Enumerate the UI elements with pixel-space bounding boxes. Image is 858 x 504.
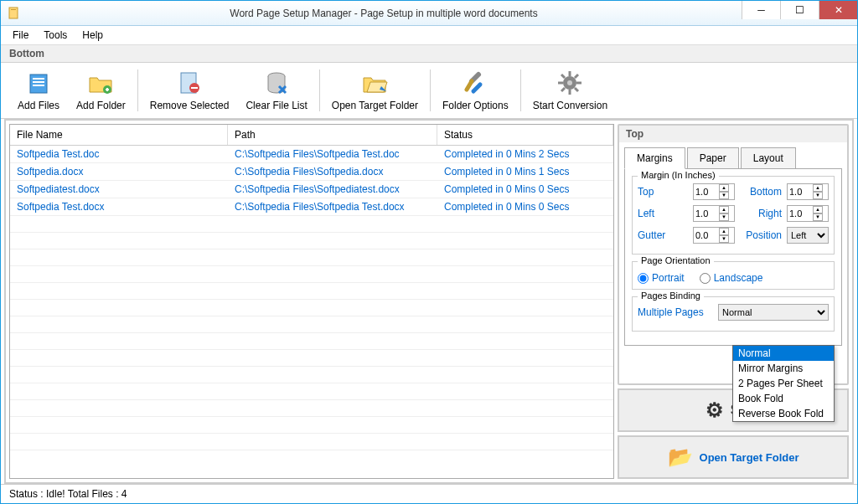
orientation-group-title: Page Orientation bbox=[638, 255, 714, 265]
margin-left-input[interactable]: ▲▼ bbox=[693, 205, 735, 222]
spin-down-icon[interactable]: ▼ bbox=[719, 192, 729, 199]
cell-path: C:\Softpedia Files\Softpedia Test.doc bbox=[228, 146, 437, 162]
open-target-label: Open Target Folder bbox=[700, 451, 799, 464]
table-row[interactable]: Softpedia Test.docC:\Softpedia Files\Sof… bbox=[10, 146, 613, 163]
dropdown-option[interactable]: Normal bbox=[733, 346, 834, 361]
remove-selected-button[interactable]: Remove Selected bbox=[142, 68, 238, 113]
tab-paper[interactable]: Paper bbox=[687, 147, 739, 169]
margin-top-label: Top bbox=[638, 186, 688, 198]
multiple-pages-label: Multiple Pages bbox=[638, 306, 713, 318]
orientation-landscape[interactable]: Landscape bbox=[700, 272, 763, 284]
titlebar: Word Page Setup Manager - Page Setup in … bbox=[1, 1, 857, 26]
svg-rect-4 bbox=[33, 81, 44, 83]
col-file-name[interactable]: File Name bbox=[10, 125, 228, 145]
spin-up-icon[interactable]: ▲ bbox=[719, 228, 729, 235]
section-bottom-label: Bottom bbox=[1, 45, 857, 63]
gear-icon: ⚙ bbox=[706, 399, 724, 422]
spin-up-icon[interactable]: ▲ bbox=[719, 206, 729, 213]
spin-down-icon[interactable]: ▼ bbox=[719, 235, 729, 243]
margin-left-label: Left bbox=[638, 208, 688, 219]
margin-position-select[interactable]: Left bbox=[787, 227, 829, 244]
file-grid: File Name Path Status Softpedia Test.doc… bbox=[9, 124, 614, 479]
spin-up-icon[interactable]: ▲ bbox=[813, 206, 823, 213]
spin-up-icon[interactable]: ▲ bbox=[719, 184, 729, 192]
margin-top-input[interactable]: ▲▼ bbox=[693, 183, 735, 200]
start-conversion-label: Start Conversion bbox=[533, 100, 607, 111]
cell-file-name: Softpedia Test.doc bbox=[10, 146, 228, 162]
open-target-folder-icon bbox=[361, 69, 388, 96]
dropdown-option[interactable]: 2 Pages Per Sheet bbox=[733, 376, 834, 391]
svg-rect-5 bbox=[33, 85, 44, 86]
app-icon bbox=[8, 7, 21, 20]
svg-rect-2 bbox=[30, 75, 47, 93]
cell-path: C:\Softpedia Files\Softpedia Test.docx bbox=[228, 198, 437, 215]
add-folder-label: Add Folder bbox=[76, 100, 126, 111]
svg-rect-1 bbox=[11, 9, 16, 10]
col-path[interactable]: Path bbox=[228, 125, 437, 145]
menubar: File Tools Help bbox=[1, 26, 857, 45]
clear-file-list-label: Clear File List bbox=[246, 100, 307, 111]
svg-line-19 bbox=[575, 75, 578, 78]
cell-status: Completed in 0 Mins 0 Secs bbox=[437, 198, 613, 215]
open-target-folder-big-button[interactable]: 📂 Open Target Folder bbox=[618, 435, 849, 479]
tab-margins[interactable]: Margins bbox=[624, 147, 685, 169]
svg-line-18 bbox=[575, 88, 578, 91]
start-conversion-button[interactable]: Start Conversion bbox=[525, 68, 616, 113]
clear-file-list-button[interactable]: Clear File List bbox=[237, 68, 315, 113]
add-folder-icon bbox=[87, 69, 114, 96]
dropdown-option[interactable]: Reverse Book Fold bbox=[733, 406, 834, 421]
start-conversion-icon bbox=[556, 69, 583, 96]
remove-selected-icon bbox=[176, 69, 203, 96]
window-title: Word Page Setup Manager - Page Setup in … bbox=[26, 8, 742, 19]
cell-status: Completed in 0 Mins 1 Secs bbox=[437, 163, 613, 180]
dropdown-option[interactable]: Mirror Margins bbox=[733, 361, 834, 376]
cell-status: Completed in 0 Mins 0 Secs bbox=[437, 181, 613, 198]
margin-gutter-input[interactable]: ▲▼ bbox=[693, 227, 735, 244]
folder-options-button[interactable]: Folder Options bbox=[434, 68, 517, 113]
table-row[interactable]: Softpediatest.docxC:\Softpedia Files\Sof… bbox=[10, 181, 613, 198]
remove-selected-label: Remove Selected bbox=[150, 100, 230, 111]
table-row[interactable]: Softpedia Test.docxC:\Softpedia Files\So… bbox=[10, 198, 613, 216]
status-bar: Status : Idle! Total Files : 4 bbox=[1, 484, 857, 503]
cell-file-name: Softpedia.docx bbox=[10, 163, 228, 180]
open-target-folder-label: Open Target Folder bbox=[332, 100, 418, 111]
margin-bottom-input[interactable]: ▲▼ bbox=[787, 183, 829, 200]
margin-position-label: Position bbox=[740, 229, 782, 241]
svg-rect-9 bbox=[191, 87, 198, 89]
menu-tools[interactable]: Tools bbox=[44, 29, 67, 41]
close-button[interactable]: ✕ bbox=[819, 1, 857, 19]
menu-file[interactable]: File bbox=[13, 29, 28, 41]
folder-options-label: Folder Options bbox=[442, 100, 509, 111]
spin-down-icon[interactable]: ▼ bbox=[719, 213, 729, 221]
cell-file-name: Softpediatest.docx bbox=[10, 181, 228, 198]
svg-rect-3 bbox=[33, 78, 44, 80]
multiple-pages-dropdown[interactable]: NormalMirror Margins2 Pages Per SheetBoo… bbox=[732, 345, 835, 422]
open-target-folder-button[interactable]: Open Target Folder bbox=[323, 68, 426, 113]
spin-up-icon[interactable]: ▲ bbox=[813, 184, 823, 192]
tab-layout[interactable]: Layout bbox=[741, 147, 796, 169]
table-row[interactable]: Softpedia.docxC:\Softpedia Files\Softped… bbox=[10, 163, 613, 181]
add-files-button[interactable]: Add Files bbox=[9, 68, 68, 113]
clear-file-list-icon bbox=[263, 69, 290, 96]
cell-path: C:\Softpedia Files\Softpedia.docx bbox=[228, 163, 437, 180]
cell-status: Completed in 0 Mins 2 Secs bbox=[437, 146, 613, 162]
add-folder-button[interactable]: Add Folder bbox=[68, 68, 134, 113]
margins-group-title: Margin (In Inches) bbox=[638, 170, 719, 180]
menu-help[interactable]: Help bbox=[82, 29, 103, 41]
minimize-button[interactable]: ─ bbox=[742, 1, 780, 19]
folder-options-icon bbox=[462, 69, 488, 96]
maximize-button[interactable]: ☐ bbox=[780, 1, 819, 19]
dropdown-option[interactable]: Book Fold bbox=[733, 391, 834, 406]
spin-down-icon[interactable]: ▼ bbox=[813, 192, 823, 199]
spin-down-icon[interactable]: ▼ bbox=[813, 213, 823, 221]
section-top-label: Top bbox=[619, 126, 847, 142]
svg-line-20 bbox=[561, 88, 565, 91]
col-status[interactable]: Status bbox=[437, 125, 613, 145]
multiple-pages-select[interactable]: Normal bbox=[718, 304, 829, 321]
orientation-portrait[interactable]: Portrait bbox=[638, 272, 685, 284]
cell-file-name: Softpedia Test.docx bbox=[10, 198, 228, 215]
margin-right-input[interactable]: ▲▼ bbox=[787, 205, 829, 222]
cell-path: C:\Softpedia Files\Softpediatest.docx bbox=[228, 181, 437, 198]
add-files-label: Add Files bbox=[18, 100, 59, 111]
svg-line-17 bbox=[561, 75, 565, 78]
